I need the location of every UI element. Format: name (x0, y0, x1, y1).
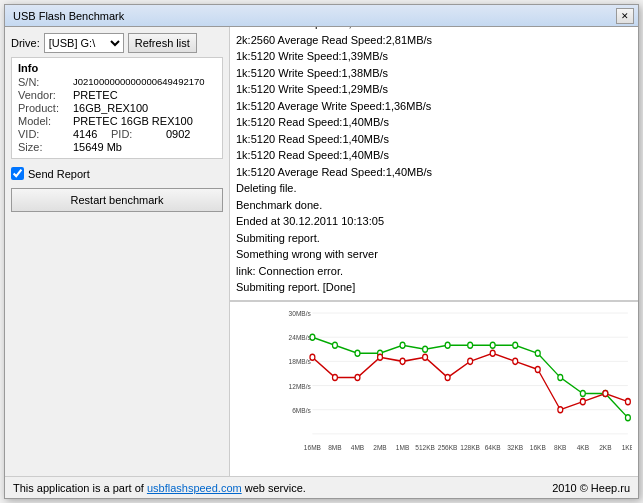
svg-text:2MB: 2MB (373, 442, 387, 452)
svg-text:30MB/s: 30MB/s (289, 308, 311, 318)
benchmark-chart: 16MB8MB4MB2MB1MB512KB256KB128KB64KB32KB1… (278, 308, 632, 454)
svg-text:2KB: 2KB (599, 442, 611, 452)
svg-point-20 (625, 415, 630, 421)
refresh-button[interactable]: Refresh list (128, 33, 197, 53)
size-label: Size: (18, 141, 73, 153)
send-report-row: Send Report (11, 167, 223, 180)
log-line: 1k:5120 Read Speed:1,40MB/s (236, 147, 632, 164)
log-line: Deleting file. (236, 180, 632, 197)
product-value: 16GB_REX100 (73, 102, 148, 114)
close-button[interactable]: ✕ (616, 8, 634, 24)
main-window: USB Flash Benchmark ✕ Drive: [USB] G:\ R… (4, 4, 639, 499)
footer-link[interactable]: usbflashspeed.com (147, 482, 242, 494)
pid-value: 0902 (166, 128, 190, 140)
svg-point-7 (332, 342, 337, 348)
title-buttons: ✕ (616, 8, 634, 24)
title-bar: USB Flash Benchmark ✕ (5, 5, 638, 27)
svg-point-28 (468, 358, 473, 364)
svg-point-22 (332, 374, 337, 380)
size-value: 15649 Mb (73, 141, 122, 153)
copyright: 2010 © Heep.ru (552, 482, 630, 494)
svg-point-23 (355, 374, 360, 380)
model-row: Model: PRETEC 16GB REX100 (18, 115, 216, 127)
svg-text:24MB/s: 24MB/s (289, 333, 311, 343)
svg-point-12 (445, 342, 450, 348)
svg-point-18 (580, 391, 585, 397)
vidpid-row: VID: 4146 PID: 0902 (18, 128, 216, 140)
svg-text:6MB/s: 6MB/s (292, 405, 311, 415)
vendor-value: PRETEC (73, 89, 118, 101)
log-line: 1k:5120 Read Speed:1,40MB/s (236, 131, 632, 148)
log-line: 1k:5120 Average Write Speed:1,36MB/s (236, 98, 632, 115)
product-label: Product: (18, 102, 73, 114)
log-line: Benchmark done. (236, 197, 632, 214)
info-title: Info (18, 62, 216, 74)
footer-text-after: web service. (242, 482, 306, 494)
model-label: Model: (18, 115, 73, 127)
svg-point-25 (400, 358, 405, 364)
svg-text:128KB: 128KB (460, 442, 480, 452)
log-line: 1k:5120 Write Speed:1,29MB/s (236, 81, 632, 98)
log-line: 1k:5120 Read Speed:1,40MB/s (236, 114, 632, 131)
svg-text:4KB: 4KB (577, 442, 589, 452)
sn-value: J021000000000000649492170 (73, 76, 205, 88)
vendor-row: Vendor: PRETEC (18, 89, 216, 101)
log-line: Something wrong with server (236, 246, 632, 263)
vid-value: 4146 (73, 128, 111, 140)
log-line: 1k:5120 Write Speed:1,38MB/s (236, 65, 632, 82)
svg-point-32 (558, 407, 563, 413)
content-area: Drive: [USB] G:\ Refresh list Info S/N: … (5, 27, 638, 476)
log-line: link: Connection error. (236, 263, 632, 280)
log-line: 2k:2560 Average Read Speed:2,81MB/s (236, 32, 632, 49)
svg-point-10 (400, 342, 405, 348)
log-line: Submiting report. (236, 230, 632, 247)
log-line: Submiting report. [Done] (236, 279, 632, 296)
svg-text:32KB: 32KB (507, 442, 523, 452)
svg-text:16KB: 16KB (530, 442, 546, 452)
svg-point-31 (535, 366, 540, 372)
svg-point-24 (378, 354, 383, 360)
svg-point-34 (603, 391, 608, 397)
svg-point-26 (423, 354, 428, 360)
svg-point-16 (535, 350, 540, 356)
log-line: 1k:5120 Write Speed:1,39MB/s (236, 48, 632, 65)
svg-point-27 (445, 374, 450, 380)
svg-point-33 (580, 399, 585, 405)
sn-row: S/N: J021000000000000649492170 (18, 76, 216, 88)
svg-text:12MB/s: 12MB/s (289, 381, 311, 391)
vendor-label: Vendor: (18, 89, 73, 101)
product-row: Product: 16GB_REX100 (18, 102, 216, 114)
svg-point-8 (355, 350, 360, 356)
svg-text:8KB: 8KB (554, 442, 566, 452)
info-box: Info S/N: J021000000000000649492170 Vend… (11, 57, 223, 159)
window-title: USB Flash Benchmark (13, 10, 124, 22)
svg-text:64KB: 64KB (485, 442, 501, 452)
svg-text:1KB: 1KB (622, 442, 632, 452)
right-panel: 2k:2560 Read Speed:2,82MB/s2k:2560 Read … (230, 27, 638, 476)
svg-text:8MB: 8MB (328, 442, 342, 452)
log-line: Ended at 30.12.2011 10:13:05 (236, 213, 632, 230)
drive-label: Drive: (11, 37, 40, 49)
svg-text:512KB: 512KB (415, 442, 435, 452)
svg-point-11 (423, 346, 428, 352)
svg-point-13 (468, 342, 473, 348)
log-line: 1k:5120 Average Read Speed:1,40MB/s (236, 164, 632, 181)
restart-button[interactable]: Restart benchmark (11, 188, 223, 212)
log-area[interactable]: 2k:2560 Read Speed:2,82MB/s2k:2560 Read … (230, 27, 638, 301)
svg-point-30 (513, 358, 518, 364)
send-report-label[interactable]: Send Report (28, 168, 90, 180)
svg-point-35 (625, 399, 630, 405)
footer-text-before: This application is a part of (13, 482, 147, 494)
model-value: PRETEC 16GB REX100 (73, 115, 193, 127)
pid-label: PID: (111, 128, 166, 140)
svg-text:4MB: 4MB (351, 442, 365, 452)
svg-text:16MB: 16MB (304, 442, 321, 452)
drive-select[interactable]: [USB] G:\ (44, 33, 124, 53)
left-panel: Drive: [USB] G:\ Refresh list Info S/N: … (5, 27, 230, 476)
svg-point-14 (490, 342, 495, 348)
sn-label: S/N: (18, 76, 73, 88)
svg-text:256KB: 256KB (438, 442, 458, 452)
send-report-checkbox[interactable] (11, 167, 24, 180)
footer-text: This application is a part of usbflashsp… (13, 482, 306, 494)
svg-text:18MB/s: 18MB/s (289, 357, 311, 367)
